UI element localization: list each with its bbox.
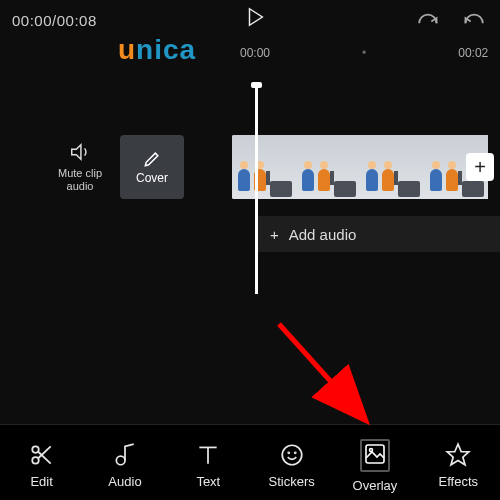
history-controls bbox=[414, 7, 488, 33]
svg-line-7 bbox=[38, 446, 50, 458]
bottom-tab-bar: Edit Audio Text Stickers Overlay Effects bbox=[0, 424, 500, 500]
timecode: 00:00/00:08 bbox=[12, 12, 97, 29]
sticker-icon bbox=[279, 442, 305, 468]
svg-point-11 bbox=[282, 445, 302, 465]
mute-label: Mute clip audio bbox=[48, 167, 112, 193]
tab-effects[interactable]: Effects bbox=[423, 442, 493, 489]
svg-marker-0 bbox=[250, 9, 263, 26]
annotation-arrow bbox=[275, 320, 395, 430]
cover-button[interactable]: Cover bbox=[120, 135, 184, 199]
svg-marker-1 bbox=[72, 144, 81, 159]
svg-point-8 bbox=[116, 456, 125, 465]
ruler-tick-1: 00:02 bbox=[458, 46, 488, 60]
overlay-icon bbox=[363, 442, 387, 466]
tab-edit[interactable]: Edit bbox=[7, 442, 77, 489]
svg-marker-16 bbox=[447, 444, 469, 465]
star-icon bbox=[445, 442, 471, 468]
plus-icon: + bbox=[270, 226, 279, 243]
mute-clip-audio-button[interactable]: Mute clip audio bbox=[48, 141, 112, 193]
cover-label: Cover bbox=[136, 171, 168, 185]
svg-point-13 bbox=[294, 452, 295, 453]
music-note-icon bbox=[112, 442, 138, 468]
pencil-icon bbox=[142, 149, 162, 169]
add-audio-button[interactable]: + Add audio bbox=[256, 216, 500, 252]
ruler-tick-0: 00:00 bbox=[240, 46, 270, 60]
add-audio-label: Add audio bbox=[289, 226, 357, 243]
tab-text[interactable]: Text bbox=[173, 442, 243, 489]
undo-button[interactable] bbox=[414, 7, 440, 33]
add-clip-button[interactable]: + bbox=[466, 153, 494, 181]
playhead[interactable] bbox=[255, 84, 258, 294]
svg-point-4 bbox=[32, 446, 39, 453]
tab-audio[interactable]: Audio bbox=[90, 442, 160, 489]
svg-point-12 bbox=[288, 452, 289, 453]
text-icon bbox=[195, 442, 221, 468]
watermark-logo: unica bbox=[118, 34, 196, 66]
scissors-icon bbox=[29, 442, 55, 468]
top-toolbar: 00:00/00:08 bbox=[0, 0, 500, 40]
svg-point-15 bbox=[369, 448, 372, 451]
svg-line-3 bbox=[279, 324, 360, 414]
tab-stickers[interactable]: Stickers bbox=[257, 442, 327, 489]
time-ruler[interactable]: 00:00 • 00:02 • bbox=[0, 40, 500, 66]
speaker-icon bbox=[67, 141, 93, 163]
redo-button[interactable] bbox=[462, 7, 488, 33]
ruler-dot: • bbox=[362, 46, 366, 60]
tab-overlay[interactable]: Overlay bbox=[340, 439, 410, 493]
video-clip[interactable]: + bbox=[232, 135, 500, 199]
svg-line-6 bbox=[38, 452, 50, 464]
video-track: Mute clip audio Cover + bbox=[0, 126, 500, 208]
play-button[interactable] bbox=[244, 6, 266, 34]
svg-point-5 bbox=[32, 457, 39, 464]
